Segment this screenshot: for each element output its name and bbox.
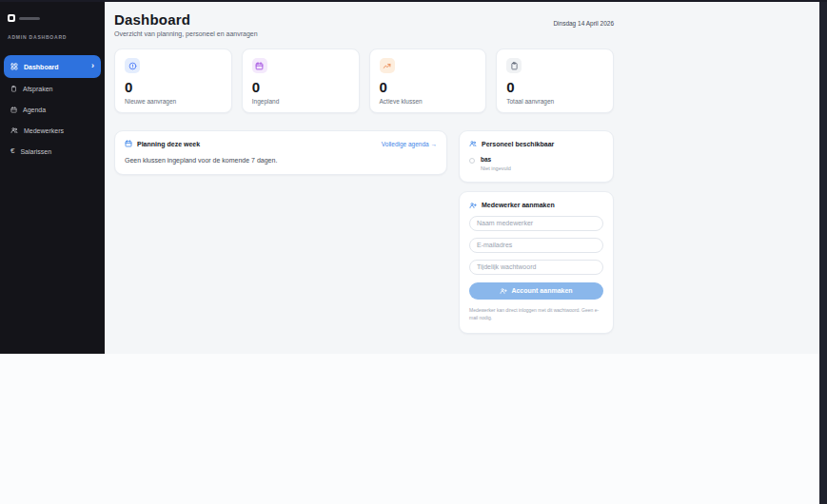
window-right-edge	[819, 0, 827, 504]
sidebar-item-label: Salarissen	[20, 148, 51, 155]
person-plus-icon	[469, 202, 477, 209]
brand-label: ADMIN DASHBOARD	[8, 34, 105, 40]
chevron-right-icon: ›	[91, 62, 94, 70]
logo-mark-icon	[8, 14, 15, 22]
personnel-card: Personeel beschikbaar bas Niet ingevuld	[459, 130, 614, 183]
window-top-edge	[0, 0, 827, 2]
person-plus-icon	[500, 287, 507, 295]
sidebar-nav: Dashboard › Afspraken Agenda Medewerkers…	[0, 55, 105, 162]
page-title: Dashboard	[114, 11, 258, 28]
stat-value: 0	[506, 80, 603, 94]
current-date: Dinsdag 14 April 2026	[553, 11, 614, 37]
calendar-icon	[255, 62, 264, 70]
employee-name-input[interactable]	[469, 216, 603, 231]
stats-row: 0 Nieuwe aanvragen 0 Ingepland 0 Actieve…	[114, 48, 614, 113]
euro-icon: €	[10, 147, 14, 155]
logo-text	[19, 17, 40, 20]
people-icon	[10, 126, 18, 134]
clipboard-icon	[510, 62, 519, 70]
sidebar-item-label: Dashboard	[24, 64, 59, 70]
main-area: Dashboard Overzicht van planning, person…	[105, 2, 819, 354]
sidebar-item-dashboard[interactable]: Dashboard ›	[4, 55, 101, 78]
stat-label: Actieve klussen	[380, 98, 477, 105]
stat-card-ingepland: 0 Ingepland	[242, 48, 360, 113]
sidebar-item-afspraken[interactable]: Afspraken	[4, 78, 101, 99]
personnel-title: Personeel beschikbaar	[482, 141, 554, 147]
stat-value: 0	[125, 80, 222, 94]
calendar-icon	[125, 140, 132, 147]
calendar-icon	[10, 107, 17, 113]
employee-password-input[interactable]	[469, 260, 603, 275]
sidebar-item-agenda[interactable]: Agenda	[4, 99, 101, 120]
page-header: Dashboard Overzicht van planning, person…	[114, 2, 614, 37]
create-account-button[interactable]: Account aanmaken	[469, 282, 603, 300]
planning-title: Planning deze week	[137, 141, 200, 147]
planning-empty-message: Geen klussen ingepland voor de komende 7…	[125, 157, 437, 164]
full-agenda-link[interactable]: Volledige agenda →	[382, 141, 437, 147]
stat-value: 0	[252, 80, 349, 94]
sidebar: ADMIN DASHBOARD Dashboard › Afspraken Ag…	[0, 0, 105, 354]
trending-up-icon	[383, 62, 391, 70]
stat-value: 0	[380, 80, 477, 94]
stat-label: Totaal aanvragen	[506, 98, 603, 105]
personnel-list-item: bas Niet ingevuld	[469, 156, 603, 171]
planning-card: Planning deze week Volledige agenda → Ge…	[114, 130, 447, 175]
clipboard-icon	[10, 86, 17, 92]
sidebar-item-label: Afspraken	[23, 86, 53, 92]
stat-card-actieve-klussen: 0 Actieve klussen	[369, 48, 487, 113]
person-name: bas	[481, 156, 511, 164]
right-column: Personeel beschikbaar bas Niet ingevuld	[459, 130, 614, 334]
stat-card-totaal-aanvragen: 0 Totaal aanvragen	[496, 48, 614, 113]
create-account-label: Account aanmaken	[511, 287, 572, 294]
sidebar-item-medewerkers[interactable]: Medewerkers	[4, 120, 101, 141]
sidebar-item-label: Agenda	[23, 107, 46, 113]
app-logo	[8, 14, 105, 22]
stat-card-nieuwe-aanvragen: 0 Nieuwe aanvragen	[114, 48, 232, 113]
grid-icon	[10, 63, 18, 70]
page-subtitle: Overzicht van planning, personeel en aan…	[114, 30, 258, 37]
stat-label: Nieuwe aanvragen	[125, 98, 222, 105]
people-icon	[469, 140, 477, 147]
create-employee-card: Medewerker aanmaken Account aanmaken Med…	[459, 191, 614, 334]
app-window: ADMIN DASHBOARD Dashboard › Afspraken Ag…	[0, 0, 819, 354]
sidebar-item-salarissen[interactable]: € Salarissen	[4, 141, 101, 162]
sidebar-item-label: Medewerkers	[24, 127, 64, 134]
create-employee-title: Medewerker aanmaken	[482, 202, 555, 208]
create-employee-note: Medewerker kan direct inloggen met dit w…	[469, 306, 603, 322]
stat-label: Ingepland	[252, 98, 349, 105]
person-status: Niet ingevuld	[481, 165, 511, 171]
status-dot-icon	[469, 158, 475, 164]
alert-circle-icon	[128, 62, 137, 70]
employee-email-input[interactable]	[469, 238, 603, 253]
